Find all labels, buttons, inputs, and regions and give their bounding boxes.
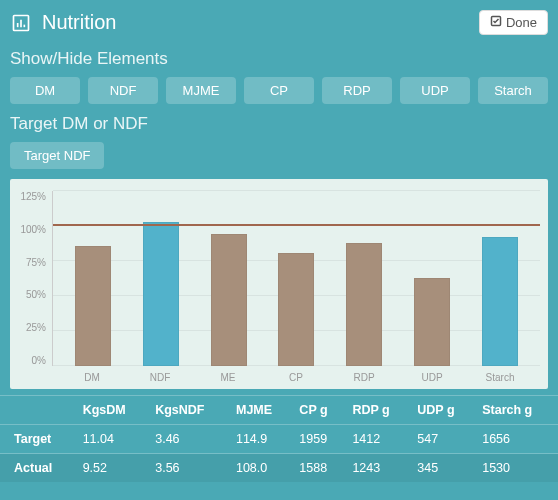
x-tick: UDP [398,372,466,383]
bar-cp [278,253,314,366]
chart-x-axis: DMNDFMECPRDPUDPStarch [18,366,540,383]
panel-header: Nutrition Done [10,10,548,35]
showhide-label: Show/Hide Elements [10,49,548,69]
bar-me [211,234,247,366]
y-tick: 25% [18,322,46,333]
bar-chart-icon [10,12,32,34]
chart-y-axis: 125%100%75%50%25%0% [18,191,52,366]
cell: 114.9 [230,425,293,454]
cell: 1243 [346,454,411,483]
col-header [0,396,77,425]
cell: 1959 [293,425,346,454]
chart-card: 125%100%75%50%25%0% DMNDFMECPRDPUDPStarc… [10,179,548,389]
bar-ndf [143,222,179,366]
nutrition-table: KgsDMKgsNDFMJMECP gRDP gUDP gStarch g Ta… [0,395,558,482]
row-label: Actual [0,454,77,483]
cell: 1656 [476,425,558,454]
target-toggle-row: Target NDF [10,142,548,169]
col-header: MJME [230,396,293,425]
table-body: Target11.043.46114.9195914125471656Actua… [0,425,558,483]
toggle-dm-button[interactable]: DM [10,77,80,104]
nutrition-panel: Nutrition Done Show/Hide Elements DMNDFM… [0,0,558,500]
table-row: Target11.043.46114.9195914125471656 [0,425,558,454]
cell: 1530 [476,454,558,483]
check-icon [490,15,502,30]
toggle-ndf-button[interactable]: NDF [88,77,158,104]
toggle-udp-button[interactable]: UDP [400,77,470,104]
table-row: Actual9.523.56108.0158812433451530 [0,454,558,483]
cell: 3.56 [149,454,230,483]
x-tick: RDP [330,372,398,383]
col-header: CP g [293,396,346,425]
x-tick: DM [58,372,126,383]
col-header: KgsNDF [149,396,230,425]
col-header: UDP g [411,396,476,425]
toggle-mjme-button[interactable]: MJME [166,77,236,104]
x-tick: NDF [126,372,194,383]
cell: 11.04 [77,425,150,454]
showhide-row: DMNDFMJMECPRDPUDPStarch [10,77,548,104]
chart-bars [53,191,540,366]
y-tick: 100% [18,224,46,235]
cell: 345 [411,454,476,483]
col-header: RDP g [346,396,411,425]
bar-dm [75,246,111,366]
cell: 1588 [293,454,346,483]
row-label: Target [0,425,77,454]
target-ndf-button[interactable]: Target NDF [10,142,104,169]
bar-rdp [346,243,382,366]
y-tick: 125% [18,191,46,202]
target-line [53,224,540,226]
x-tick: ME [194,372,262,383]
target-toggle-label: Target DM or NDF [10,114,548,134]
bar-starch [482,237,518,366]
cell: 547 [411,425,476,454]
toggle-starch-button[interactable]: Starch [478,77,548,104]
x-tick: Starch [466,372,534,383]
toggle-cp-button[interactable]: CP [244,77,314,104]
cell: 108.0 [230,454,293,483]
chart-plot [52,191,540,366]
col-header: KgsDM [77,396,150,425]
y-tick: 75% [18,257,46,268]
bar-udp [414,278,450,366]
done-button[interactable]: Done [479,10,548,35]
cell: 1412 [346,425,411,454]
table-header-row: KgsDMKgsNDFMJMECP gRDP gUDP gStarch g [0,396,558,425]
y-tick: 0% [18,355,46,366]
cell: 9.52 [77,454,150,483]
cell: 3.46 [149,425,230,454]
y-tick: 50% [18,289,46,300]
col-header: Starch g [476,396,558,425]
x-tick: CP [262,372,330,383]
done-label: Done [506,15,537,30]
page-title: Nutrition [42,11,116,34]
toggle-rdp-button[interactable]: RDP [322,77,392,104]
